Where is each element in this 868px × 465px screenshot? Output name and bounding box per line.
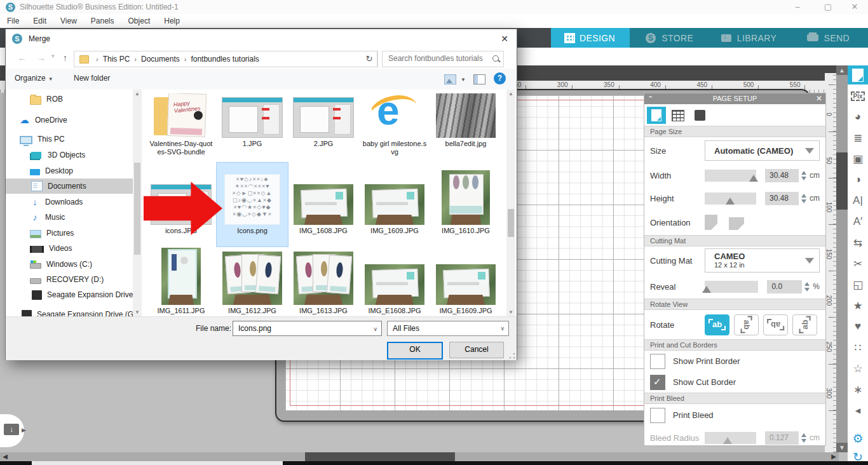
file-item-img-1611-jpg[interactable]: IMG_1611.JPG bbox=[146, 246, 217, 317]
preview-pane-icon[interactable] bbox=[473, 74, 485, 84]
sidebar-item-rob[interactable]: ROB bbox=[6, 91, 133, 107]
new-folder-button[interactable]: New folder bbox=[74, 74, 110, 83]
rhinestone-tool-icon[interactable]: ∷ bbox=[848, 338, 868, 357]
slider-thumb-icon[interactable] bbox=[702, 286, 711, 293]
menu-item-edit[interactable]: Edit bbox=[26, 14, 53, 28]
kerning-tool-icon[interactable]: ⇆ bbox=[848, 233, 868, 252]
shading-tool-icon[interactable]: ◑ bbox=[848, 170, 868, 189]
size-dropdown[interactable]: Automatic (CAMEO) bbox=[705, 140, 820, 161]
width-stepper[interactable] bbox=[801, 171, 806, 180]
view-options-chevron-icon[interactable]: ▼ bbox=[461, 77, 466, 83]
scroll-up-icon[interactable]: ▲ bbox=[133, 91, 142, 97]
sidebar-scroll-thumb[interactable] bbox=[134, 163, 140, 255]
sidebar-item-seagate-expansion-drive-g-[interactable]: Seagate Expansion Drive (G: bbox=[6, 287, 133, 302]
bleed-radius-stepper[interactable] bbox=[801, 433, 806, 443]
shape-effect-tool-icon[interactable]: ▣ bbox=[848, 149, 868, 168]
minimize-button[interactable]: – bbox=[788, 1, 807, 13]
file-item-baby-girl-milestone-svg[interactable]: ebaby girl milestone.svg bbox=[359, 91, 430, 163]
slider-thumb-icon[interactable] bbox=[749, 175, 758, 182]
breadcrumb-item[interactable]: fontbundles tutorials bbox=[189, 55, 261, 64]
scroll-left-icon[interactable]: ◀ bbox=[0, 452, 10, 461]
up-icon[interactable]: ↑ bbox=[63, 53, 67, 63]
breadcrumb[interactable]: › This PC›Documents›fontbundles tutorial… bbox=[74, 51, 378, 67]
file-item-img-1613-jpg[interactable]: IMG_1613.JPG bbox=[288, 246, 359, 317]
scroll-up-icon[interactable]: ▲ bbox=[506, 91, 515, 97]
reveal-value[interactable]: 0.0 bbox=[767, 280, 802, 293]
sidebar-item-desktop[interactable]: Desktop bbox=[6, 163, 133, 179]
page-size-tab[interactable] bbox=[647, 107, 666, 124]
file-item-img-1610-jpg[interactable]: IMG_1610.JPG bbox=[430, 163, 501, 246]
file-item-icons-png[interactable]: ×♥◇♪××↓♣✶××◠×××♥×◇►◻××◇▲◻♪◉◡×▲×◆×♥◠★×◇♥◆… bbox=[217, 163, 288, 246]
trim-tool-icon[interactable]: ✂ bbox=[848, 254, 868, 273]
height-stepper[interactable] bbox=[801, 194, 806, 203]
sidebar-item-videos[interactable]: Videos bbox=[6, 241, 133, 256]
library-flyout-tab[interactable]: ↓ ▶ bbox=[0, 414, 24, 447]
sidebar-item-3d-objects[interactable]: 3D Objects bbox=[6, 147, 133, 163]
reveal-stepper[interactable] bbox=[804, 282, 810, 292]
sidebar-item-windows-c-[interactable]: Windows (C:) bbox=[6, 257, 133, 272]
reveal-slider[interactable] bbox=[705, 281, 758, 293]
file-scroll-thumb[interactable] bbox=[508, 209, 514, 237]
slider-thumb-icon[interactable] bbox=[723, 437, 732, 444]
show-cut-border-checkbox[interactable] bbox=[650, 375, 665, 390]
file-name-input[interactable] bbox=[237, 323, 367, 334]
rotate-180-button[interactable]: ab bbox=[763, 314, 788, 335]
offset-tool-icon[interactable]: ★ bbox=[848, 296, 868, 315]
slider-thumb-icon[interactable] bbox=[726, 198, 735, 205]
bleed-radius-slider[interactable] bbox=[705, 432, 756, 444]
file-item-valentines-day-quotes-svg-bundle[interactable]: Happy ValentinesValentines-Day-quotes-SV… bbox=[146, 91, 217, 163]
menu-item-panels[interactable]: Panels bbox=[84, 14, 121, 28]
forward-icon[interactable]: → bbox=[37, 53, 46, 63]
sidebar-scrollbar[interactable]: ▲ ▼ bbox=[133, 90, 142, 316]
sidebar-item-documents[interactable]: Documents bbox=[6, 179, 133, 194]
sidebar-item-recovery-d-[interactable]: RECOVERY (D:) bbox=[6, 272, 133, 287]
maximize-button[interactable]: ▢ bbox=[818, 1, 837, 13]
fill-color-tool-icon[interactable]: ◕ bbox=[848, 107, 868, 126]
grid-tab[interactable] bbox=[668, 107, 688, 124]
width-slider[interactable] bbox=[705, 170, 756, 182]
sidebar-item-music[interactable]: ♪Music bbox=[6, 210, 133, 225]
print-bleed-checkbox[interactable] bbox=[650, 408, 665, 423]
menu-item-view[interactable]: View bbox=[53, 14, 84, 28]
scroll-right-icon[interactable]: ▶ bbox=[829, 452, 839, 461]
horizontal-scrollbar[interactable]: ◀ ▶ bbox=[0, 452, 839, 461]
scroll-down-icon[interactable]: ▼ bbox=[133, 309, 142, 315]
back-icon[interactable]: ← bbox=[18, 53, 27, 63]
menu-item-object[interactable]: Object bbox=[121, 14, 158, 28]
cancel-button[interactable]: Cancel bbox=[449, 342, 504, 358]
rotate-270-button[interactable]: ab bbox=[792, 314, 817, 335]
help-icon[interactable]: ? bbox=[494, 72, 506, 84]
portrait-orientation-icon[interactable] bbox=[705, 215, 717, 230]
rotate-90-button[interactable]: ab bbox=[734, 314, 759, 335]
horizontal-scroll-thumb[interactable] bbox=[305, 452, 455, 461]
menu-item-help[interactable]: Help bbox=[157, 14, 187, 28]
rotate-0-button[interactable]: ab bbox=[705, 314, 729, 335]
text-style-tool-icon[interactable]: A| bbox=[848, 191, 868, 210]
scroll-down-icon[interactable]: ▼ bbox=[506, 309, 515, 315]
file-name-combobox[interactable]: ∨ bbox=[233, 321, 382, 336]
sidebar-item-downloads[interactable]: ↓Downloads bbox=[6, 194, 133, 210]
line-style-tool-icon[interactable]: ≣ bbox=[848, 128, 868, 147]
puzzle-tool-icon[interactable]: ∗ bbox=[848, 380, 868, 399]
search-input[interactable] bbox=[387, 53, 488, 64]
stamp-tool-icon[interactable]: ♥ bbox=[848, 317, 868, 336]
page-setup-tool-icon[interactable] bbox=[848, 65, 868, 84]
tab-library[interactable]: LIBRARY bbox=[710, 28, 789, 48]
organize-button[interactable]: Organize▼ bbox=[15, 74, 53, 83]
cutting-mat-dropdown[interactable]: CAMEO 12 x 12 in bbox=[705, 248, 820, 273]
menu-item-file[interactable]: File bbox=[0, 14, 26, 28]
file-item-1-jpg[interactable]: 1.JPG bbox=[217, 91, 288, 163]
star-tool-icon[interactable]: ☆ bbox=[848, 359, 868, 378]
recent-locations-icon[interactable]: ▾ bbox=[51, 53, 55, 59]
landscape-orientation-icon[interactable] bbox=[729, 217, 744, 230]
sidebar-item-this-pc[interactable]: This PC bbox=[6, 131, 133, 147]
character-tool-icon[interactable]: A′ bbox=[848, 212, 868, 231]
refresh-icon[interactable]: ↻ bbox=[362, 51, 377, 67]
file-item-bella7edit-jpg[interactable]: bella7edit.jpg bbox=[430, 91, 501, 163]
vertical-scroll-thumb[interactable] bbox=[836, 152, 848, 210]
sidebar-item-onedrive[interactable]: ☁OneDrive bbox=[6, 112, 133, 128]
file-item-img-e1609-jpg[interactable]: IMG_E1609.JPG bbox=[430, 246, 501, 317]
file-item-img-1608-jpg[interactable]: IMG_1608.JPG bbox=[288, 163, 359, 246]
tab-store[interactable]: SSTORE bbox=[630, 28, 709, 48]
scroll-down-icon[interactable]: ▼ bbox=[836, 443, 848, 452]
